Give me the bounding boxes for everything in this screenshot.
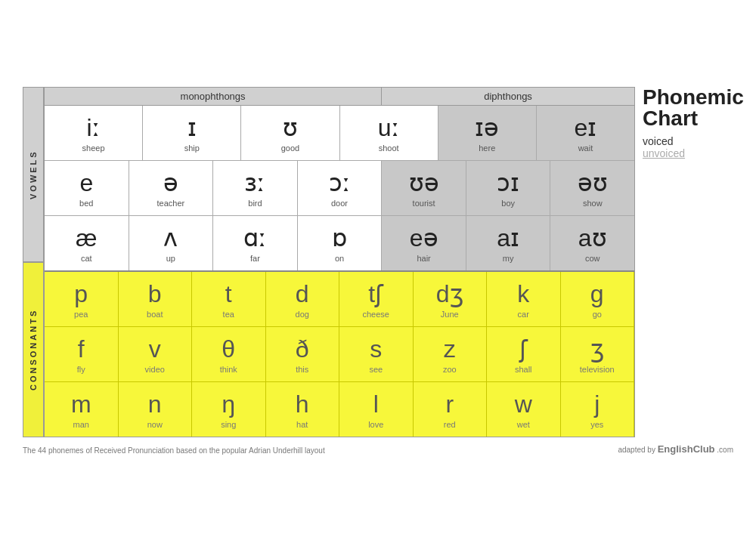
legend-voiced: voiced — [643, 135, 733, 147]
symbol-g: g — [590, 281, 604, 307]
word-video: video — [145, 365, 165, 374]
symbol-aɪ: aɪ — [497, 225, 519, 252]
cell-p: p pea — [45, 272, 119, 326]
cell-ɔɪ: ɔɪ boy — [466, 161, 551, 215]
cell-ʌ: ʌ up — [129, 216, 214, 270]
title-chart: Chart — [643, 108, 733, 129]
symbol-d: d — [296, 281, 309, 307]
vowels-label: VOWELS — [23, 87, 44, 262]
cell-d: d dog — [266, 272, 340, 326]
legend: voiced unvoiced — [643, 135, 733, 159]
word-now: now — [147, 420, 163, 429]
consonants-section: p pea b boat t tea d dog — [45, 272, 634, 437]
cell-tʃ: tʃ cheese — [339, 272, 414, 326]
word-love: love — [368, 420, 383, 429]
cell-r: r red — [414, 382, 488, 437]
header-diphthongs: diphthongs — [382, 88, 634, 105]
word-on: on — [335, 254, 344, 263]
title-block: Phonemic Chart voiced unvoiced — [643, 87, 733, 159]
title-phonemic: Phonemic — [643, 87, 733, 108]
symbol-ð: ð — [296, 336, 309, 363]
word-dog: dog — [296, 310, 309, 319]
cell-t: t tea — [192, 272, 266, 326]
vowel-row-2: e bed ə teacher ɜː bird ɔː door — [45, 161, 634, 216]
cell-ə: ə teacher — [129, 161, 214, 215]
word-sheep: sheep — [82, 144, 105, 153]
cell-ʃ: ʃ shall — [487, 327, 561, 381]
symbol-ŋ: ŋ — [222, 391, 235, 418]
word-man: man — [73, 420, 89, 429]
symbol-e: e — [79, 170, 93, 196]
cell-aɪ: aɪ my — [466, 216, 551, 270]
word-cow: cow — [585, 254, 600, 263]
cell-eɪ: eɪ wait — [537, 106, 634, 160]
footer-domain: .com — [717, 446, 733, 454]
symbol-ʃ: ʃ — [519, 336, 528, 363]
symbol-ɒ: ɒ — [332, 225, 347, 252]
word-boat: boat — [147, 310, 163, 319]
word-fly: fly — [77, 365, 85, 374]
word-wet: wet — [517, 420, 530, 429]
word-shoot: shoot — [379, 144, 399, 153]
cell-f: f fly — [45, 327, 119, 381]
symbol-m: m — [71, 391, 91, 418]
symbol-dʒ: dʒ — [436, 281, 463, 307]
word-red: red — [444, 420, 456, 429]
symbol-j: j — [594, 391, 600, 418]
symbol-ə: ə — [163, 170, 178, 196]
cell-w: w wet — [487, 382, 561, 437]
footer-left-text: The 44 phonemes of Received Pronunciatio… — [23, 446, 325, 455]
symbol-ʊ: ʊ — [283, 115, 298, 141]
symbol-ɪə: ɪə — [475, 115, 499, 141]
consonants-label: CONSONANTS — [23, 262, 44, 437]
symbol-eə: eə — [410, 225, 438, 252]
word-bed: bed — [79, 199, 93, 208]
cell-ŋ: ŋ sing — [192, 382, 266, 437]
cell-s: s see — [339, 327, 414, 381]
symbol-t: t — [225, 281, 232, 307]
header-row: monophthongs diphthongs — [45, 88, 634, 106]
word-think: think — [220, 365, 237, 374]
word-good: good — [281, 144, 299, 153]
word-far: far — [250, 254, 260, 263]
word-pea: pea — [74, 310, 88, 319]
word-teacher: teacher — [157, 199, 185, 208]
word-yes: yes — [590, 420, 603, 429]
word-zoo: zoo — [443, 365, 457, 374]
vowels-section: iː sheep ɪ ship ʊ good uː shoot — [45, 106, 634, 272]
cell-əʊ: əʊ show — [550, 161, 634, 215]
cell-m: m man — [45, 382, 119, 437]
word-my: my — [503, 254, 514, 263]
footer-adapted: adapted by — [618, 446, 655, 454]
cell-ɑː: ɑː far — [213, 216, 298, 270]
vowel-row-3: æ cat ʌ up ɑː far ɒ on — [45, 216, 634, 272]
cell-k: k car — [487, 272, 561, 326]
chart-container: VOWELS CONSONANTS monophthongs diphthong… — [23, 87, 733, 437]
legend-unvoiced: unvoiced — [643, 147, 733, 159]
symbol-ɔɪ: ɔɪ — [497, 170, 519, 196]
cell-ɪ: ɪ ship — [143, 106, 241, 160]
cell-h: h hat — [266, 382, 340, 437]
cell-n: n now — [119, 382, 193, 437]
symbol-θ: θ — [222, 336, 235, 363]
word-wait: wait — [578, 144, 593, 153]
cell-uː: uː shoot — [340, 106, 438, 160]
symbol-z: z — [444, 336, 456, 363]
word-sing: sing — [221, 420, 236, 429]
symbol-s: s — [370, 336, 382, 363]
symbol-r: r — [445, 391, 454, 418]
symbol-l: l — [373, 391, 379, 418]
consonant-row-3: m man n now ŋ sing h hat — [45, 382, 634, 437]
symbol-ɪ: ɪ — [187, 115, 197, 141]
cell-dʒ: dʒ June — [414, 272, 488, 326]
cell-iː: iː sheep — [45, 106, 143, 160]
symbol-aʊ: aʊ — [578, 225, 607, 252]
cell-ð: ð this — [266, 327, 340, 381]
left-labels: VOWELS CONSONANTS — [23, 87, 44, 437]
vowel-row-1: iː sheep ɪ ship ʊ good uː shoot — [45, 106, 634, 161]
symbol-v: v — [149, 336, 161, 363]
word-shall: shall — [515, 365, 532, 374]
symbol-p: p — [74, 281, 88, 307]
word-boy: boy — [501, 199, 515, 208]
symbol-uː: uː — [378, 115, 400, 141]
